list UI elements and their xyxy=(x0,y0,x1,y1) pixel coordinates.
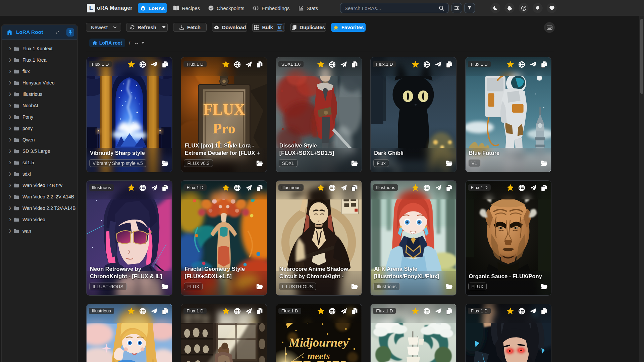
svg-text:FLUX: FLUX xyxy=(290,356,346,362)
svg-text:FLUX: FLUX xyxy=(203,101,245,118)
svg-text:Pro: Pro xyxy=(213,120,235,136)
svg-text:Midjourney: Midjourney xyxy=(288,336,348,349)
